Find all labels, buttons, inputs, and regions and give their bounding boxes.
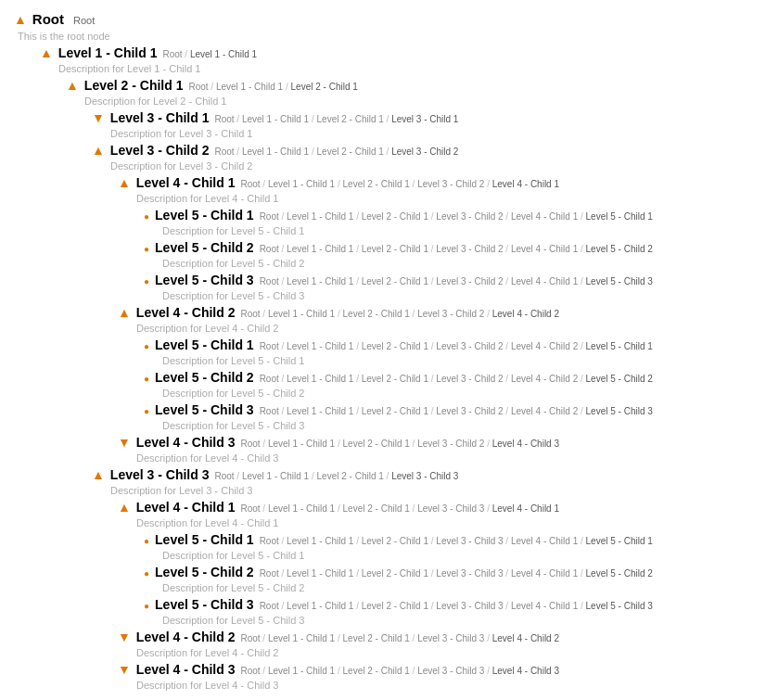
- children-container: ▲ Level 4 - Child 1 Root / Level 1 - Chi…: [118, 498, 752, 691]
- breadcrumb: Root / Level 1 - Child 1 / Level 2 - Chi…: [188, 80, 357, 94]
- tree-node: ▼ Level 3 - Child 1 Root / Level 1 - Chi…: [92, 108, 752, 139]
- up-icon: ▲: [92, 141, 105, 160]
- node-label: Level 5 - Child 1: [155, 336, 254, 355]
- breadcrumb: Root / Level 1 - Child 1: [162, 47, 257, 61]
- tree-node: ▲ Level 4 - Child 2 Root / Level 1 - Chi…: [118, 303, 752, 431]
- up-icon: ▲: [92, 465, 105, 485]
- children-container: ● Level 5 - Child 1 Root / Level 1 - Chi…: [144, 336, 752, 431]
- children-container: ▲ Level 1 - Child 1 Root / Level 1 - Chi…: [40, 44, 752, 691]
- node-label: Level 4 - Child 3: [136, 433, 236, 452]
- node-row: ● Level 5 - Child 3 Root / Level 1 - Chi…: [144, 595, 752, 615]
- node-label: Level 5 - Child 2: [155, 238, 254, 258]
- node-row: ● Level 5 - Child 3 Root / Level 1 - Chi…: [144, 271, 752, 290]
- node-desc: Description for Level 1 - Child 1: [58, 63, 752, 74]
- breadcrumb: Root / Level 1 - Child 1 / Level 2 - Chi…: [260, 404, 653, 418]
- node-label: Level 4 - Child 1: [136, 173, 236, 193]
- node-label: Level 5 - Child 1: [155, 530, 254, 550]
- node-desc: Description for Level 5 - Child 2: [162, 582, 752, 593]
- down-icon: ▼: [118, 660, 131, 680]
- node-label: Level 4 - Child 1: [136, 498, 236, 517]
- circle-icon: ●: [144, 372, 149, 386]
- node-desc: Description for Level 4 - Child 1: [136, 193, 752, 204]
- node-desc: Description for Level 4 - Child 3: [136, 452, 752, 464]
- breadcrumb: Root / Level 1 - Child 1 / Level 2 - Chi…: [260, 372, 653, 386]
- tree-node: ▲ Level 1 - Child 1 Root / Level 1 - Chi…: [40, 44, 752, 691]
- up-icon: ▲: [118, 173, 131, 193]
- breadcrumb: Root / Level 1 - Child 1 / Level 2 - Chi…: [214, 469, 458, 483]
- tree-node: ● Level 5 - Child 3 Root / Level 1 - Chi…: [144, 271, 752, 301]
- node-label: Level 3 - Child 1: [110, 108, 210, 128]
- node-row: ▼ Level 4 - Child 2 Root / Level 1 - Chi…: [118, 628, 752, 647]
- down-icon: ▼: [118, 628, 131, 647]
- node-row: ● Level 5 - Child 1 Root / Level 1 - Chi…: [144, 206, 752, 225]
- tree-node: ● Level 5 - Child 1 Root / Level 1 - Chi…: [144, 336, 752, 366]
- children-container: ● Level 5 - Child 1 Root / Level 1 - Chi…: [144, 206, 752, 301]
- tree-node: ▲ Level 2 - Child 1 Root / Level 1 - Chi…: [66, 76, 752, 691]
- tree-node: ● Level 5 - Child 2 Root / Level 1 - Chi…: [144, 238, 752, 269]
- node-desc: Description for Level 4 - Child 2: [136, 323, 752, 334]
- node-label: Level 4 - Child 2: [136, 303, 236, 323]
- tree-node: ● Level 5 - Child 3 Root / Level 1 - Chi…: [144, 401, 752, 431]
- node-label: Level 4 - Child 3: [136, 660, 236, 680]
- circle-icon: ●: [144, 274, 149, 288]
- tree-node: ● Level 5 - Child 2 Root / Level 1 - Chi…: [144, 563, 752, 593]
- up-icon: ▲: [118, 303, 131, 323]
- circle-icon: ●: [144, 242, 149, 256]
- node-label: Level 4 - Child 2: [136, 628, 236, 647]
- circle-icon: ●: [144, 599, 149, 613]
- tree-node: ▲ Level 4 - Child 1 Root / Level 1 - Chi…: [118, 173, 752, 301]
- node-row: ▲ Level 4 - Child 2 Root / Level 1 - Chi…: [118, 303, 752, 323]
- node-label: Level 5 - Child 3: [155, 401, 254, 420]
- node-row: ● Level 5 - Child 2 Root / Level 1 - Chi…: [144, 563, 752, 582]
- node-row: ▲ Level 4 - Child 1 Root / Level 1 - Chi…: [118, 498, 752, 517]
- breadcrumb: Root / Level 1 - Child 1 / Level 2 - Chi…: [260, 566, 653, 580]
- node-row: ● Level 5 - Child 1 Root / Level 1 - Chi…: [144, 336, 752, 355]
- node-label: Level 1 - Child 1: [58, 44, 158, 63]
- node-desc: Description for Level 3 - Child 3: [110, 485, 752, 496]
- root-desc: This is the root node: [18, 31, 752, 42]
- tree-node: ● Level 5 - Child 2 Root / Level 1 - Chi…: [144, 368, 752, 399]
- breadcrumb: Root / Level 1 - Child 1 / Level 2 - Chi…: [240, 631, 559, 645]
- node-desc: Description for Level 5 - Child 1: [162, 355, 752, 366]
- node-desc: Description for Level 2 - Child 1: [84, 95, 752, 107]
- breadcrumb: Root / Level 1 - Child 1 / Level 2 - Chi…: [240, 307, 559, 321]
- breadcrumb: Root / Level 1 - Child 1 / Level 2 - Chi…: [240, 502, 559, 515]
- tree-node: ▼ Level 4 - Child 3 Root / Level 1 - Chi…: [118, 660, 752, 691]
- children-container: ● Level 5 - Child 1 Root / Level 1 - Chi…: [144, 530, 752, 626]
- tree-node: ▲ RootRootThis is the root node▲ Level 1…: [14, 9, 752, 691]
- up-icon: ▲: [14, 10, 27, 30]
- up-icon: ▲: [66, 76, 79, 95]
- children-container: ▼ Level 3 - Child 1 Root / Level 1 - Chi…: [92, 108, 752, 691]
- children-container: ▲ Level 4 - Child 1 Root / Level 1 - Chi…: [118, 173, 752, 464]
- node-desc: Description for Level 5 - Child 1: [162, 550, 752, 561]
- breadcrumb: Root / Level 1 - Child 1 / Level 2 - Chi…: [260, 242, 653, 256]
- tree-root: ▲ RootRootThis is the root node▲ Level 1…: [14, 9, 752, 691]
- circle-icon: ●: [144, 404, 149, 418]
- circle-icon: ●: [144, 566, 149, 580]
- node-label: Level 5 - Child 2: [155, 368, 254, 388]
- children-container: ▲ Level 2 - Child 1 Root / Level 1 - Chi…: [66, 76, 752, 691]
- node-label: Level 3 - Child 2: [110, 141, 210, 160]
- node-row: ▲ Level 4 - Child 1 Root / Level 1 - Chi…: [118, 173, 752, 193]
- tree-node: ▼ Level 4 - Child 2 Root / Level 1 - Chi…: [118, 628, 752, 658]
- breadcrumb: Root / Level 1 - Child 1 / Level 2 - Chi…: [260, 599, 653, 613]
- root-label: Root: [32, 9, 64, 31]
- circle-icon: ●: [144, 534, 149, 548]
- node-row: ▲ Level 2 - Child 1 Root / Level 1 - Chi…: [66, 76, 752, 95]
- breadcrumb: Root / Level 1 - Child 1 / Level 2 - Chi…: [260, 534, 653, 548]
- node-row: ▲ Level 3 - Child 2 Root / Level 1 - Chi…: [92, 141, 752, 160]
- breadcrumb: Root / Level 1 - Child 1 / Level 2 - Chi…: [240, 177, 559, 191]
- node-desc: Description for Level 5 - Child 3: [162, 290, 752, 301]
- tree-node: ▲ Level 4 - Child 1 Root / Level 1 - Chi…: [118, 498, 752, 626]
- node-label: Level 2 - Child 1: [84, 76, 184, 95]
- circle-icon: ●: [144, 339, 149, 353]
- node-row: ▲ Level 1 - Child 1 Root / Level 1 - Chi…: [40, 44, 752, 63]
- node-label: Level 5 - Child 1: [155, 206, 254, 225]
- root-tag: Root: [73, 13, 95, 29]
- node-label: Level 5 - Child 3: [155, 271, 254, 290]
- node-row: ● Level 5 - Child 2 Root / Level 1 - Chi…: [144, 368, 752, 388]
- breadcrumb: Root / Level 1 - Child 1 / Level 2 - Chi…: [260, 339, 653, 353]
- node-row: ▲ Level 3 - Child 3 Root / Level 1 - Chi…: [92, 465, 752, 485]
- down-icon: ▼: [118, 433, 131, 452]
- root-row: ▲ RootRoot: [14, 9, 752, 31]
